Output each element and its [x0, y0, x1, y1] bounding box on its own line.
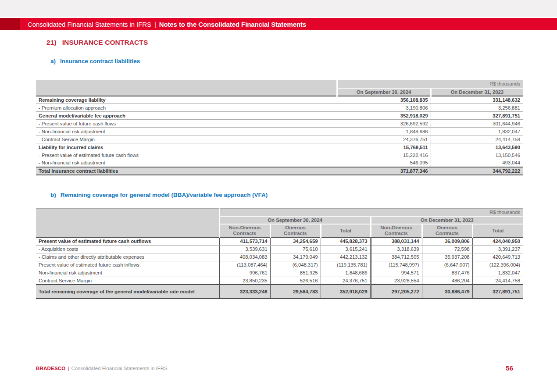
subcolumn-header: Total	[472, 224, 523, 237]
cell-value: 327,891,751	[431, 112, 523, 120]
row-label: - Non-financial risk adjustment	[36, 159, 337, 167]
table-row: Non-financial risk adjustment 996,761 85…	[36, 269, 523, 277]
row-label: - Non-financial risk adjustment	[36, 128, 337, 135]
table-row: - Non-financial risk adjustment 1,848,68…	[36, 128, 523, 135]
table-row: - Present value of estimated future cash…	[36, 151, 523, 159]
cell-value: 23,850,235	[219, 277, 270, 285]
table-row: General model/variable fee approach 352,…	[36, 112, 523, 120]
row-label: - Contract Service Margin	[36, 135, 337, 143]
cell-value: 1,832,047	[431, 128, 523, 135]
total-value: 371,877,346	[337, 167, 431, 175]
cell-value: 352,918,029	[337, 112, 431, 120]
document-page: Consolidated Financial Statements in IFR…	[0, 0, 557, 392]
row-label: Present value of estimated future cash o…	[36, 237, 219, 245]
table-a-unit-row: R$ thousands	[36, 80, 523, 88]
footer-divider: |	[65, 366, 71, 371]
table-a-corner-cell	[36, 80, 337, 96]
subsection-b-heading: b) Remaining coverage for general model …	[50, 192, 557, 198]
cell-value: 493,044	[431, 159, 523, 167]
footer-text: Consolidated Financial Statements in IFR…	[71, 366, 167, 371]
subsection-b-title: Remaining coverage for general model (BB…	[61, 192, 268, 198]
cell-value: 24,414,758	[431, 135, 523, 143]
table-a-total-row: Total Insurance contract liabilities 371…	[36, 167, 523, 175]
brand-name: BRADESCO	[36, 366, 65, 371]
subcolumn-header: Total	[321, 224, 371, 237]
row-label: Contract Service Margin	[36, 277, 219, 285]
cell-value: 486,204	[422, 277, 472, 285]
row-label: Liability for incurred claims	[36, 143, 337, 151]
table-row: Present value of estimated future cash i…	[36, 261, 523, 269]
cell-value: 996,761	[219, 269, 270, 277]
row-label: Remaining coverage liability	[36, 96, 337, 104]
cell-value: 24,414,758	[472, 277, 523, 285]
cell-value: 408,034,083	[219, 253, 270, 261]
cell-value: 72,598	[422, 245, 472, 253]
header-title-right: Notes to the Consolidated Financial Stat…	[159, 21, 306, 28]
table-row: - Contract Service Margin 24,376,751 24,…	[36, 135, 523, 143]
cell-value: 13,150,546	[431, 151, 523, 159]
cell-value: 15,768,511	[337, 143, 431, 151]
total-value: 352,918,029	[321, 285, 371, 299]
row-label: - Claims and other directly attributable…	[36, 253, 219, 261]
table-row: Present value of estimated future cash o…	[36, 237, 523, 245]
page-content: 21) INSURANCE CONTRACTS a) Insurance con…	[0, 39, 557, 299]
table-b-total-row: Total remaining coverage of the general …	[36, 285, 523, 299]
cell-value: 24,376,751	[321, 277, 371, 285]
row-label: - Present value of estimated future cash…	[36, 151, 337, 159]
table-b-unit-row: R$ thousands	[36, 208, 523, 216]
remaining-coverage-table: R$ thousands On September 30, 2024 On De…	[36, 208, 523, 299]
total-value: 297,205,272	[371, 285, 422, 299]
cell-value: (115,748,997)	[371, 261, 422, 269]
section-title: INSURANCE CONTRACTS	[62, 39, 148, 46]
cell-value: 546,095	[337, 159, 431, 167]
group-header-sep-2024: On September 30, 2024	[219, 216, 371, 224]
group-header-dec-2023: On December 31, 2023	[371, 216, 523, 224]
row-label: - Present value of future cash flows	[36, 120, 337, 128]
cell-value: 3,615,241	[321, 245, 371, 253]
cell-value: (6,048,317)	[270, 261, 321, 269]
total-value: 344,792,222	[431, 167, 523, 175]
cell-value: 24,376,751	[337, 135, 431, 143]
cell-value: 3,318,639	[371, 245, 422, 253]
cell-value: 356,108,835	[337, 96, 431, 104]
cell-value: 3,539,631	[219, 245, 270, 253]
header-divider: |	[151, 21, 159, 28]
cell-value: 384,712,505	[371, 253, 422, 261]
row-label: - Acquisition costs	[36, 245, 219, 253]
cell-value: 34,254,659	[270, 237, 321, 245]
total-label: Total remaining coverage of the general …	[36, 285, 219, 299]
chapter-header-bar: Consolidated Financial Statements in IFR…	[0, 18, 557, 30]
cell-value: 994,571	[371, 269, 422, 277]
subcolumn-header: Onerous Contracts	[270, 224, 321, 237]
table-row: Remaining coverage liability 356,108,835…	[36, 96, 523, 104]
row-label: Present value of estimated future cash i…	[36, 261, 219, 269]
cell-value: 301,644,946	[431, 120, 523, 128]
subsection-a-title: Insurance contract liabilities	[60, 58, 140, 64]
cell-value: 411,573,714	[219, 237, 270, 245]
page-top-margin	[0, 0, 557, 17]
column-header-dec-2023: On December 31, 2023	[431, 88, 523, 96]
table-b-corner-cell	[36, 208, 219, 237]
subcolumn-header: Onerous Contracts	[422, 224, 472, 237]
cell-value: 1,848,686	[337, 128, 431, 135]
total-label: Total Insurance contract liabilities	[36, 167, 337, 175]
cell-value: 851,925	[270, 269, 321, 277]
insurance-liabilities-table: R$ thousands On September 30, 2024 On De…	[36, 80, 523, 175]
cell-value: (119,135,781)	[321, 261, 371, 269]
cell-value: 3,190,806	[337, 104, 431, 112]
table-row: - Non-financial risk adjustment 546,095 …	[36, 159, 523, 167]
subcolumn-header: Non-Onerous Contracts	[219, 224, 270, 237]
cell-value: 3,391,237	[472, 245, 523, 253]
total-value: 30,686,479	[422, 285, 472, 299]
subsection-a-heading: a) Insurance contract liabilities	[50, 58, 557, 64]
section-number: 21)	[46, 39, 57, 46]
cell-value: 442,213,132	[321, 253, 371, 261]
header-accent-block	[0, 18, 20, 30]
cell-value: 331,148,632	[431, 96, 523, 104]
cell-value: (113,087,464)	[219, 261, 270, 269]
cell-value: 3,256,881	[431, 104, 523, 112]
row-label: Non-financial risk adjustment	[36, 269, 219, 277]
cell-value: 445,828,373	[321, 237, 371, 245]
cell-value: 15,222,416	[337, 151, 431, 159]
total-value: 323,333,246	[219, 285, 270, 299]
